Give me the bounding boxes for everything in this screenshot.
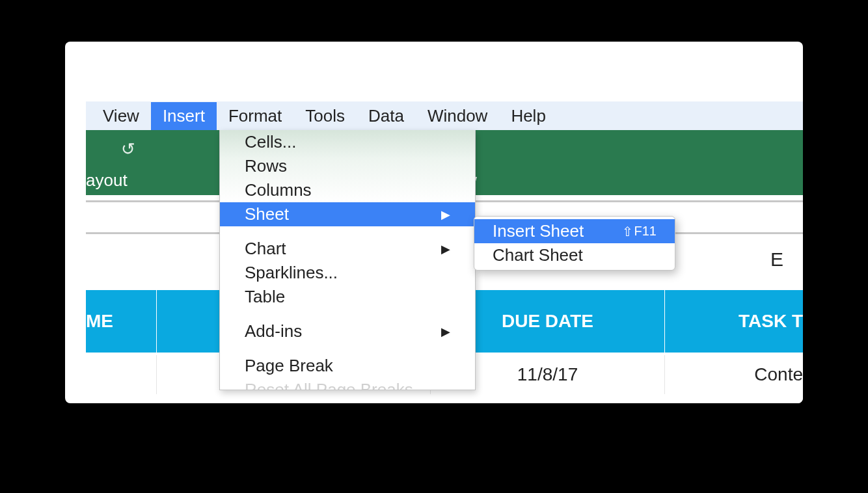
- menu-data[interactable]: Data: [357, 102, 416, 130]
- sheet-submenu: Insert Sheet ⇧F11 Chart Sheet: [474, 216, 675, 271]
- submenu-item-chart-sheet[interactable]: Chart Sheet: [474, 243, 675, 267]
- menu-insert[interactable]: Insert: [151, 102, 217, 130]
- menu-item-cells[interactable]: Cells...: [220, 130, 475, 154]
- menu-item-sheet[interactable]: Sheet ▶: [220, 202, 475, 226]
- menu-item-addins[interactable]: Add-ins ▶: [220, 319, 475, 343]
- undo-icon[interactable]: ↺: [121, 139, 135, 159]
- menu-item-page-break[interactable]: Page Break: [220, 354, 475, 378]
- shortcut-label: ⇧F11: [622, 224, 657, 239]
- ribbon-tab-layout[interactable]: ayout: [86, 170, 128, 191]
- screenshot-card: View Insert Format Tools Data Window Hel…: [65, 42, 803, 403]
- menu-view[interactable]: View: [91, 102, 151, 130]
- cell-task[interactable]: Conte: [665, 355, 803, 394]
- submenu-arrow-icon: ▶: [441, 242, 450, 256]
- header-cell-task[interactable]: TASK T: [665, 290, 803, 353]
- menu-tools[interactable]: Tools: [293, 102, 357, 130]
- menu-item-chart[interactable]: Chart ▶: [220, 237, 475, 261]
- submenu-arrow-icon: ▶: [441, 207, 450, 222]
- shift-icon: ⇧: [622, 224, 633, 239]
- menu-window[interactable]: Window: [416, 102, 499, 130]
- menu-item-sparklines[interactable]: Sparklines...: [220, 261, 475, 285]
- menu-item-rows[interactable]: Rows: [220, 154, 475, 178]
- column-header-e[interactable]: E: [770, 248, 783, 271]
- submenu-arrow-icon: ▶: [441, 325, 450, 339]
- menu-item-reset-breaks[interactable]: Reset All Page Breaks: [220, 378, 475, 390]
- menu-help[interactable]: Help: [499, 102, 557, 130]
- menubar: View Insert Format Tools Data Window Hel…: [86, 101, 803, 130]
- menu-item-columns[interactable]: Columns: [220, 178, 475, 202]
- menu-item-table[interactable]: Table: [220, 285, 475, 309]
- menu-format[interactable]: Format: [217, 102, 293, 130]
- header-cell-me[interactable]: ME: [86, 290, 157, 353]
- submenu-item-insert-sheet[interactable]: Insert Sheet ⇧F11: [474, 219, 675, 243]
- cell-me[interactable]: [86, 355, 157, 394]
- app-window: View Insert Format Tools Data Window Hel…: [86, 101, 803, 403]
- insert-dropdown: Cells... Rows Columns Sheet ▶ Chart ▶ Sp…: [219, 130, 476, 390]
